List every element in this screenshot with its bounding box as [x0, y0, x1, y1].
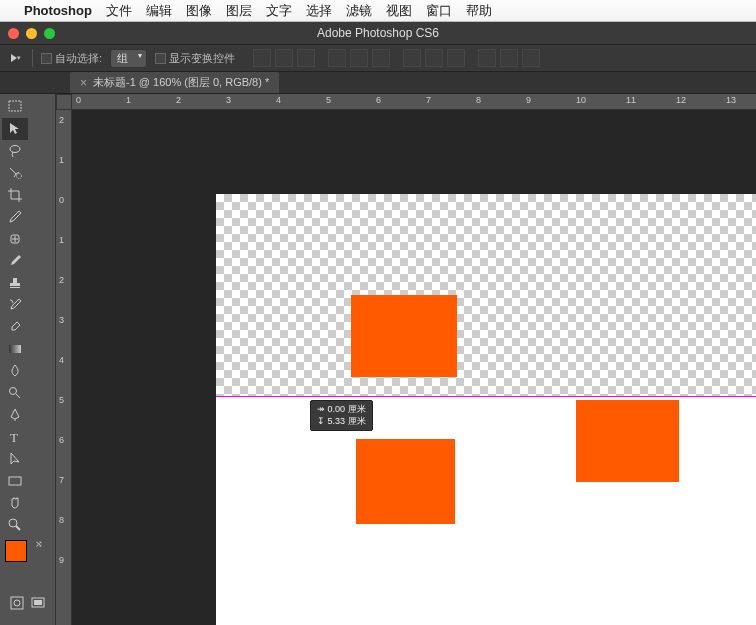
svg-rect-9	[11, 597, 23, 609]
svg-rect-7	[9, 477, 21, 485]
align-hcenter-icon[interactable]	[350, 49, 368, 67]
path-select-tool-icon[interactable]	[2, 448, 28, 470]
menu-image[interactable]: 图像	[186, 2, 212, 20]
type-tool-icon[interactable]: T	[2, 426, 28, 448]
pen-tool-icon[interactable]	[2, 404, 28, 426]
blur-tool-icon[interactable]	[2, 360, 28, 382]
window-titlebar: Adobe Photoshop CS6	[0, 22, 756, 44]
dodge-tool-icon[interactable]	[2, 382, 28, 404]
horizontal-ruler[interactable]: 0 1 2 3 4 5 6 7 8 9 10 11 12 13	[72, 94, 756, 110]
macos-menubar: Photoshop 文件 编辑 图像 图层 文字 选择 滤镜 视图 窗口 帮助	[0, 0, 756, 22]
transform-info-tooltip: ↠ 0.00 厘米 ↧ 5.33 厘米	[310, 400, 373, 431]
screen-mode-icon[interactable]	[28, 594, 50, 612]
align-left-icon[interactable]	[328, 49, 346, 67]
document-tab-title: 未标题-1 @ 160% (图层 0, RGB/8) *	[93, 75, 269, 90]
marquee-tool-icon[interactable]	[2, 96, 28, 118]
close-window-button[interactable]	[8, 28, 19, 39]
svg-point-10	[14, 600, 20, 606]
vertical-ruler[interactable]: 2 1 0 1 2 3 4 5 6 7 8 9	[56, 110, 72, 625]
move-tool-icon[interactable]	[2, 118, 28, 140]
svg-rect-4	[9, 345, 21, 353]
transparency-layer	[216, 194, 756, 396]
lasso-tool-icon[interactable]	[2, 140, 28, 162]
menu-window[interactable]: 窗口	[426, 2, 452, 20]
quick-mask-icon[interactable]	[6, 594, 28, 612]
move-tool-icon[interactable]: ▾	[8, 50, 24, 66]
svg-text:T: T	[10, 430, 18, 445]
distribute-hcenter-icon[interactable]	[500, 49, 518, 67]
swap-colors-icon[interactable]: ⤭	[35, 539, 43, 549]
quick-select-tool-icon[interactable]	[2, 162, 28, 184]
align-top-icon[interactable]	[253, 49, 271, 67]
auto-select-checkbox[interactable]: 自动选择:	[41, 51, 102, 66]
align-vcenter-icon[interactable]	[275, 49, 293, 67]
distribute-right-icon[interactable]	[522, 49, 540, 67]
svg-point-8	[9, 519, 17, 527]
menu-filter[interactable]: 滤镜	[346, 2, 372, 20]
distribute-bottom-icon[interactable]	[447, 49, 465, 67]
auto-select-type-select[interactable]: 组	[110, 49, 147, 68]
menu-edit[interactable]: 编辑	[146, 2, 172, 20]
svg-rect-0	[9, 101, 21, 111]
document-tab-bar: × 未标题-1 @ 160% (图层 0, RGB/8) *	[0, 72, 756, 94]
shape-rect-1[interactable]	[351, 295, 457, 377]
menu-type[interactable]: 文字	[266, 2, 292, 20]
shape-rect-2[interactable]	[356, 439, 455, 524]
toolbox: T ⤭	[0, 94, 56, 625]
svg-point-5	[10, 388, 17, 395]
rectangle-tool-icon[interactable]	[2, 470, 28, 492]
document-tab[interactable]: × 未标题-1 @ 160% (图层 0, RGB/8) *	[70, 72, 279, 93]
gradient-tool-icon[interactable]	[2, 338, 28, 360]
menu-select[interactable]: 选择	[306, 2, 332, 20]
distribute-vcenter-icon[interactable]	[425, 49, 443, 67]
hand-tool-icon[interactable]	[2, 492, 28, 514]
eraser-tool-icon[interactable]	[2, 316, 28, 338]
history-brush-tool-icon[interactable]	[2, 294, 28, 316]
show-transform-checkbox[interactable]: 显示变换控件	[155, 51, 235, 66]
shape-rect-3[interactable]	[576, 400, 679, 482]
distribute-top-icon[interactable]	[403, 49, 421, 67]
window-title: Adobe Photoshop CS6	[317, 26, 439, 40]
zoom-tool-icon[interactable]	[2, 514, 28, 536]
align-bottom-icon[interactable]	[297, 49, 315, 67]
foreground-swatch[interactable]	[5, 540, 27, 562]
options-bar: ▾ 自动选择: 组 显示变换控件	[0, 44, 756, 72]
document-canvas[interactable]	[216, 194, 756, 625]
healing-tool-icon[interactable]	[2, 228, 28, 250]
color-swatches[interactable]: ⤭	[5, 540, 53, 580]
menu-layer[interactable]: 图层	[226, 2, 252, 20]
crop-tool-icon[interactable]	[2, 184, 28, 206]
brush-tool-icon[interactable]	[2, 250, 28, 272]
menu-help[interactable]: 帮助	[466, 2, 492, 20]
align-distribute-group	[253, 49, 540, 67]
svg-point-1	[10, 146, 20, 153]
canvas-area[interactable]: 0 1 2 3 4 5 6 7 8 9 10 11 12 13 2 1 0 1 …	[56, 94, 756, 625]
minimize-window-button[interactable]	[26, 28, 37, 39]
distribute-left-icon[interactable]	[478, 49, 496, 67]
tab-close-icon[interactable]: ×	[80, 76, 87, 90]
eyedropper-tool-icon[interactable]	[2, 206, 28, 228]
svg-point-2	[17, 174, 22, 179]
stamp-tool-icon[interactable]	[2, 272, 28, 294]
menu-file[interactable]: 文件	[106, 2, 132, 20]
svg-rect-12	[34, 600, 42, 605]
align-right-icon[interactable]	[372, 49, 390, 67]
menu-view[interactable]: 视图	[386, 2, 412, 20]
zoom-window-button[interactable]	[44, 28, 55, 39]
horizontal-guide[interactable]	[216, 396, 756, 397]
ruler-origin[interactable]	[56, 94, 72, 110]
app-name[interactable]: Photoshop	[24, 3, 92, 18]
